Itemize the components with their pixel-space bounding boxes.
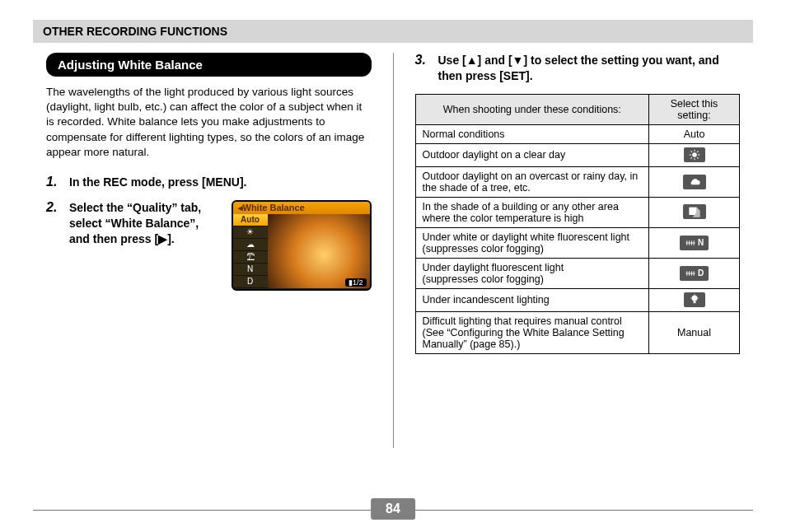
step-number: 1. — [46, 175, 63, 190]
white-balance-table: When shooting under these conditions: Se… — [415, 94, 741, 354]
setting-cell: D — [649, 258, 740, 288]
step-text: Use [▲] and [▼] to select the setting yo… — [438, 53, 741, 84]
svg-rect-21 — [693, 301, 695, 303]
step-3: 3. Use [▲] and [▼] to select the setting… — [415, 53, 741, 84]
table-row: Difficult lighting that requires manual … — [415, 311, 740, 353]
camera-menu-item: ☀ — [233, 226, 268, 239]
step-text: Select the “Quality” tab, select “White … — [69, 200, 220, 247]
condition-cell: Under daylight fluorescent light (suppre… — [415, 258, 649, 288]
table-header-condition: When shooting under these conditions: — [415, 94, 649, 124]
step-text: In the REC mode, press [MENU]. — [69, 175, 246, 190]
table-header-setting: Select this setting: — [649, 94, 740, 124]
svg-point-20 — [691, 295, 697, 301]
setting-cell: N — [649, 227, 740, 258]
page-footer: 84 — [33, 510, 753, 511]
condition-cell: Outdoor daylight on an overcast or rainy… — [415, 166, 649, 197]
fluor-icon: D — [680, 266, 709, 281]
camera-menu-title-text: White Balance — [243, 203, 305, 212]
svg-line-8 — [697, 151, 698, 152]
wb-icon-label: N — [698, 238, 704, 247]
setting-cell — [649, 197, 740, 227]
setting-cell — [649, 166, 740, 197]
camera-preview-image: ▮1/2 — [268, 214, 370, 288]
page-number-badge: 84 — [371, 498, 415, 520]
chapter-header: OTHER RECORDING FUNCTIONS — [33, 20, 753, 43]
setting-cell — [649, 143, 740, 166]
camera-menu-item: ⛱ — [233, 251, 268, 264]
camera-menu-list: Auto ☀ ☁ ⛱ N D — [233, 214, 268, 288]
right-column: 3. Use [▲] and [▼] to select the setting… — [399, 53, 754, 448]
intro-paragraph: The wavelengths of the light produced by… — [46, 85, 372, 160]
table-row: Under incandescent lighting — [415, 288, 740, 311]
camera-screenshot: ◂ White Balance Auto ☀ ☁ ⛱ N D — [232, 200, 372, 291]
step-2: 2. Select the “Quality” tab, select “Whi… — [46, 200, 372, 291]
camera-menu-item: N — [233, 264, 268, 276]
camera-page-text: 1/2 — [353, 278, 363, 287]
svg-line-6 — [697, 157, 698, 158]
section-title: Adjusting White Balance — [46, 53, 372, 77]
condition-cell: Outdoor daylight on a clear day — [415, 143, 649, 166]
shade-icon — [683, 204, 706, 219]
table-row: Under white or daylight white fluorescen… — [415, 227, 740, 258]
condition-cell: Under incandescent lighting — [415, 288, 649, 311]
table-row: Under daylight fluorescent light (suppre… — [415, 258, 740, 288]
left-column: Adjusting White Balance The wavelengths … — [33, 53, 388, 448]
step-number: 3. — [415, 53, 432, 84]
condition-cell: Difficult lighting that requires manual … — [415, 311, 649, 353]
camera-menu-item: Auto — [233, 214, 268, 226]
setting-cell: Manual — [649, 311, 740, 353]
setting-cell — [649, 288, 740, 311]
table-row: In the shade of a building or any other … — [415, 197, 740, 227]
camera-menu-item: D — [233, 276, 268, 288]
camera-menu-title: ◂ White Balance — [233, 202, 370, 214]
wb-icon-label: D — [698, 268, 704, 278]
svg-point-0 — [692, 152, 697, 157]
step-number: 2. — [46, 200, 63, 291]
fluor-icon: N — [680, 236, 709, 250]
step-1: 1. In the REC mode, press [MENU]. — [46, 175, 372, 190]
content-columns: Adjusting White Balance The wavelengths … — [33, 53, 753, 448]
svg-rect-9 — [689, 208, 696, 215]
table-row: Outdoor daylight on an overcast or rainy… — [415, 166, 740, 197]
condition-cell: Under white or daylight white fluorescen… — [415, 227, 649, 258]
svg-line-7 — [690, 157, 691, 158]
cloud-icon — [683, 175, 706, 189]
camera-menu-item: ☁ — [233, 239, 268, 251]
setting-cell: Auto — [649, 124, 740, 143]
column-divider — [393, 53, 394, 448]
condition-cell: Normal conditions — [415, 124, 649, 143]
camera-page-indicator: ▮1/2 — [345, 278, 367, 287]
sun-icon — [684, 147, 705, 162]
condition-cell: In the shade of a building or any other … — [415, 197, 649, 227]
bulb-icon — [684, 292, 705, 307]
svg-line-5 — [690, 151, 691, 152]
table-row: Normal conditionsAuto — [415, 124, 740, 143]
table-row: Outdoor daylight on a clear day — [415, 143, 740, 166]
